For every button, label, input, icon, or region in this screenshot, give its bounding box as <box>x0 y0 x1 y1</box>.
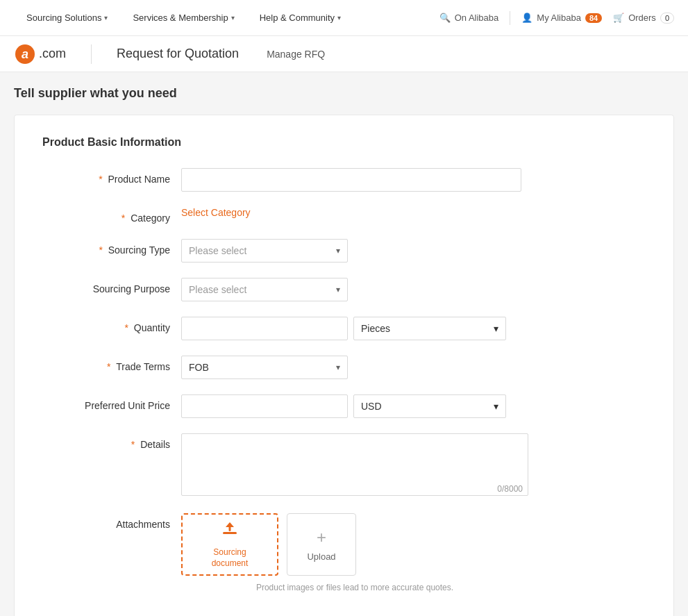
page-content: Tell supplier what you need Product Basi… <box>0 72 688 616</box>
sourcing-purpose-placeholder: Please select <box>189 284 246 295</box>
product-basic-info-card: Product Basic Information * Product Name… <box>14 115 674 616</box>
quantity-control: Pieces ▾ <box>181 317 528 340</box>
trade-terms-row: * Trade Terms FOB ▾ <box>42 356 646 379</box>
product-name-control <box>181 168 528 192</box>
sourcing-type-row: * Sourcing Type Please select ▾ <box>42 239 646 263</box>
product-name-label: * Product Name <box>42 168 181 185</box>
attachments-row: Attachments Sourcingdocument <box>42 513 646 592</box>
sourcing-purpose-select[interactable]: Please select ▾ <box>181 278 348 301</box>
nav-link-label: Sourcing Solutions <box>26 13 101 23</box>
quantity-input[interactable] <box>181 317 348 340</box>
chevron-down-icon: ▾ <box>231 14 235 22</box>
trade-terms-label: * Trade Terms <box>42 356 181 372</box>
logo-divider <box>91 44 92 64</box>
user-icon: 👤 <box>521 13 532 23</box>
attachments-control: Sourcingdocument + Upload Product images… <box>181 513 528 592</box>
alibaba-logo[interactable]: a .com <box>14 43 66 65</box>
svg-text:a: a <box>22 47 28 61</box>
currency-select[interactable]: USD ▾ <box>353 394 506 418</box>
sourcing-purpose-row: Sourcing Purpose Please select ▾ <box>42 278 646 301</box>
chevron-down-icon: ▾ <box>494 401 498 412</box>
chevron-down-icon: ▾ <box>337 14 341 22</box>
trade-terms-value: FOB <box>189 362 209 373</box>
details-control: 0/8000 <box>181 433 528 498</box>
sourcing-type-placeholder: Please select <box>189 245 246 256</box>
char-count: 0/8000 <box>497 484 523 494</box>
select-category-link[interactable]: Select Category <box>181 201 251 218</box>
logo-text: .com <box>39 47 66 61</box>
chevron-down-icon: ▾ <box>494 323 498 334</box>
required-star: * <box>121 213 125 224</box>
my-alibaba-nav[interactable]: 👤 My Alibaba 84 <box>521 13 602 23</box>
page-title: Request for Quotation <box>117 47 239 61</box>
sourcing-type-control: Please select ▾ <box>181 239 528 263</box>
product-name-input[interactable] <box>181 168 521 192</box>
quantity-row: * Quantity Pieces ▾ <box>42 317 646 340</box>
search-label: On Alibaba <box>455 13 499 23</box>
category-control: Select Category <box>181 207 528 218</box>
attachment-hint: Product images or files lead to more acc… <box>181 583 528 592</box>
required-star: * <box>125 322 128 333</box>
sourcing-type-label: * Sourcing Type <box>42 239 181 256</box>
logo-icon: a <box>14 43 36 65</box>
my-alibaba-label: My Alibaba <box>537 13 581 23</box>
nav-services-membership[interactable]: Services & Membership ▾ <box>120 0 246 36</box>
nav-link-label: Services & Membership <box>133 13 228 23</box>
required-star: * <box>99 174 102 185</box>
details-row: * Details 0/8000 <box>42 433 646 498</box>
sourcing-purpose-label: Sourcing Purpose <box>42 278 181 294</box>
top-nav-links: Sourcing Solutions ▾ Services & Membersh… <box>14 0 439 36</box>
upload-button[interactable]: + Upload <box>287 513 356 576</box>
upload-label: Upload <box>307 551 335 562</box>
card-title: Product Basic Information <box>42 136 646 149</box>
attachments-label: Attachments <box>42 513 181 530</box>
price-input[interactable] <box>181 394 348 418</box>
my-alibaba-badge: 84 <box>585 13 602 23</box>
sourcing-type-select[interactable]: Please select ▾ <box>181 239 348 263</box>
logo-bar: a .com Request for Quotation Manage RFQ <box>0 36 688 72</box>
nav-link-label: Help & Community <box>260 13 335 23</box>
required-star: * <box>131 439 135 450</box>
top-nav-right: 🔍 On Alibaba 👤 My Alibaba 84 🛒 Orders 0 <box>439 11 674 25</box>
required-star: * <box>107 361 110 372</box>
sourcing-document-label: Sourcingdocument <box>212 547 249 569</box>
trade-terms-select[interactable]: FOB ▾ <box>181 356 348 379</box>
category-row: * Category Select Category <box>42 207 646 224</box>
preferred-unit-price-control: USD ▾ <box>181 394 528 418</box>
quantity-label: * Quantity <box>42 317 181 333</box>
currency-value: USD <box>361 401 382 412</box>
orders-label: Orders <box>628 13 656 23</box>
nav-divider <box>510 11 510 25</box>
nav-help-community[interactable]: Help & Community ▾ <box>247 0 353 36</box>
manage-rfq-link[interactable]: Manage RFQ <box>267 49 325 60</box>
category-label: * Category <box>42 207 181 224</box>
chevron-down-icon: ▾ <box>104 14 108 22</box>
page-heading: Tell supplier what you need <box>14 86 674 101</box>
top-nav: Sourcing Solutions ▾ Services & Membersh… <box>0 0 688 36</box>
chevron-down-icon: ▾ <box>336 246 340 256</box>
unit-select[interactable]: Pieces ▾ <box>353 317 506 340</box>
chevron-down-icon: ▾ <box>336 363 340 372</box>
svg-rect-2 <box>223 532 237 534</box>
trade-terms-control: FOB ▾ <box>181 356 528 379</box>
search-icon: 🔍 <box>439 13 451 23</box>
sourcing-document-button[interactable]: Sourcingdocument <box>181 513 278 576</box>
details-textarea[interactable] <box>181 433 528 496</box>
details-label: * Details <box>42 433 181 450</box>
nav-sourcing-solutions[interactable]: Sourcing Solutions ▾ <box>14 0 120 36</box>
cart-icon: 🛒 <box>613 13 624 23</box>
unit-value: Pieces <box>361 323 390 334</box>
svg-marker-4 <box>226 522 234 527</box>
sourcing-purpose-control: Please select ▾ <box>181 278 528 301</box>
orders-nav[interactable]: 🛒 Orders 0 <box>613 13 674 24</box>
preferred-unit-price-label: Preferred Unit Price <box>42 394 181 411</box>
product-name-row: * Product Name <box>42 168 646 192</box>
preferred-unit-price-row: Preferred Unit Price USD ▾ <box>42 394 646 418</box>
chevron-down-icon: ▾ <box>336 285 340 294</box>
required-star: * <box>99 244 102 256</box>
search-on-alibaba[interactable]: 🔍 On Alibaba <box>439 13 499 23</box>
upload-icon <box>220 519 240 543</box>
plus-icon: + <box>317 528 326 547</box>
orders-badge: 0 <box>660 13 674 24</box>
